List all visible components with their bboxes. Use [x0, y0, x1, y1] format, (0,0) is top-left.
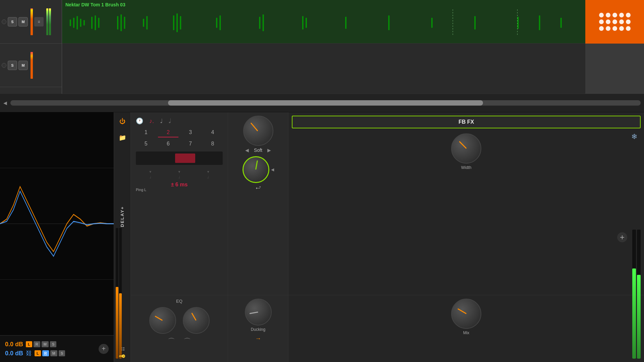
eq-knob2-group — [183, 307, 210, 334]
loop-return-icon[interactable]: ⮐ — [256, 185, 261, 191]
daw-top-area: S M ≡ S M Nektar DW Tom 1 Brush 03 — [0, 0, 644, 94]
grid-num-6[interactable]: 6 — [158, 139, 178, 148]
track-controls: S M ≡ S M — [0, 0, 62, 94]
svg-rect-5 — [91, 17, 93, 29]
svg-rect-7 — [98, 18, 100, 28]
eq-section: EQ ⌒ — [131, 295, 228, 362]
track2-solo-btn[interactable]: S — [8, 61, 17, 70]
blue-db-value: 0.0 dB — [5, 350, 23, 357]
track2-mute-btn[interactable]: M — [18, 61, 28, 70]
track-row-2: S M — [0, 44, 62, 87]
freeze-btn[interactable]: ❄ — [631, 132, 637, 141]
fbfx-title: FB FX — [459, 119, 474, 125]
eq-high-knob[interactable] — [183, 307, 210, 334]
meter-left-1 — [116, 228, 118, 359]
note-dotted-icon[interactable]: ♪. — [149, 118, 154, 125]
svg-rect-3 — [80, 19, 82, 27]
eq-low-knob[interactable] — [149, 307, 176, 334]
eq-title: EQ — [176, 299, 182, 304]
track1-name: Nektar DW Tom 1 Brush 03 — [62, 0, 585, 9]
folder-btn[interactable]: 📁 — [117, 132, 128, 143]
logo-dots — [599, 13, 631, 31]
grid-num-1[interactable]: 1 — [136, 128, 156, 137]
soft-next-btn[interactable]: ▶ — [267, 147, 271, 153]
grid-num-8[interactable]: 8 — [203, 139, 223, 148]
track1-mute-btn[interactable]: M — [18, 17, 28, 26]
ducking-label: Ducking — [251, 327, 265, 332]
green-knob-row: ◀ — [243, 156, 274, 183]
ducking-arrow-icon: → — [255, 335, 261, 342]
analyzer-panel: 0.0 dB L R M S 0.0 dB ⛓ L R M S — [0, 112, 114, 362]
grid-num-7[interactable]: 7 — [180, 139, 201, 148]
feedback-knob[interactable] — [243, 156, 269, 183]
svg-rect-2 — [76, 16, 78, 29]
knob-trim-arrow[interactable]: ◀ — [271, 167, 274, 172]
ping-label: Ping L — [136, 188, 223, 193]
soft-label: Soft — [254, 147, 262, 153]
svg-rect-22 — [345, 17, 346, 29]
link-btn[interactable]: ⛓ — [26, 350, 32, 357]
delay-position-arrows: ▼ ▼ ▼ — [136, 170, 223, 174]
eq-ducking-row: EQ ⌒ — [131, 295, 644, 362]
power-btn[interactable]: ⏻ — [117, 116, 128, 127]
track1-menu-btn[interactable]: ≡ — [34, 17, 44, 26]
svg-rect-19 — [263, 14, 264, 31]
btn-L-orange[interactable]: L — [26, 341, 32, 347]
eq-highcut-icon[interactable]: ⌒ — [183, 337, 191, 347]
svg-rect-21 — [306, 18, 307, 28]
soft-main-knob[interactable] — [243, 116, 273, 146]
eq-knobs — [149, 307, 210, 334]
delay-bar[interactable] — [136, 152, 223, 165]
add-plugin-btn[interactable]: + — [99, 344, 109, 354]
grid-num-2[interactable]: 2 — [158, 128, 178, 137]
track-row-1: S M ≡ — [0, 0, 62, 44]
btn-S-orange[interactable]: S — [50, 341, 56, 347]
grid-numbers: 1 2 3 4 5 6 7 8 — [136, 128, 223, 148]
svg-rect-15 — [180, 16, 181, 29]
eq-lowcut-icon[interactable]: ⌒ — [168, 337, 175, 347]
grid-num-4[interactable]: 4 — [203, 128, 223, 137]
track2-led[interactable] — [2, 63, 6, 68]
side-meters-left — [116, 225, 122, 362]
ducking-knob[interactable] — [245, 299, 272, 325]
svg-rect-14 — [176, 13, 178, 32]
svg-rect-9 — [120, 14, 122, 31]
mix-knob[interactable] — [451, 299, 481, 329]
soft-section: ◀ Soft ▶ ◀ ⮐ — [228, 112, 288, 295]
scroll-left-arrow[interactable]: ◀ — [3, 100, 7, 106]
fbfx-header-btn[interactable]: FB FX — [292, 116, 641, 128]
btn-L-blue[interactable]: L — [35, 350, 41, 356]
orange-db-value: 0.0 dB — [5, 341, 23, 348]
add-right-btn[interactable]: + — [617, 232, 627, 242]
scrollbar-thumb[interactable] — [168, 100, 483, 106]
right-meters-area — [632, 226, 641, 362]
note-eighth-icon[interactable]: ♩ — [160, 117, 163, 125]
ducking-section: Ducking → — [228, 295, 288, 362]
svg-rect-11 — [143, 19, 144, 27]
btn-M-blue[interactable]: M — [50, 350, 57, 356]
brand-logo — [585, 0, 644, 44]
plugin-main-area: 🕐 ♪. ♩ 𝅗𝅥 1 2 3 4 5 6 7 8 — [131, 112, 644, 362]
delay-arrow-2: ▼ — [178, 170, 181, 174]
delay-arrow-1: ▼ — [149, 170, 152, 174]
btn-M-orange[interactable]: M — [42, 341, 49, 347]
scrollbar-track[interactable] — [10, 100, 641, 106]
soft-prev-btn[interactable]: ◀ — [245, 147, 249, 153]
btn-R-blue[interactable]: R — [42, 350, 49, 356]
scrollbar-area: ◀ — [0, 94, 644, 112]
clock-icon[interactable]: 🕐 — [136, 117, 143, 125]
right-meter-2 — [637, 230, 641, 359]
btn-R-orange[interactable]: R — [34, 341, 40, 347]
track1-waveform-area: Nektar DW Tom 1 Brush 03 — [62, 0, 585, 44]
eq-knob1-group — [149, 307, 176, 334]
btn-S-blue[interactable]: S — [59, 350, 65, 356]
soft-knob-container — [243, 116, 273, 146]
grid-num-3[interactable]: 3 — [180, 128, 201, 137]
svg-rect-16 — [216, 18, 217, 28]
width-knob[interactable] — [451, 133, 481, 164]
track1-led[interactable] — [2, 19, 6, 24]
grid-num-5[interactable]: 5 — [136, 139, 156, 148]
track1-solo-btn[interactable]: S — [8, 17, 17, 26]
svg-rect-28 — [560, 18, 562, 28]
delay-time-value: ± 6 ms — [136, 182, 223, 188]
